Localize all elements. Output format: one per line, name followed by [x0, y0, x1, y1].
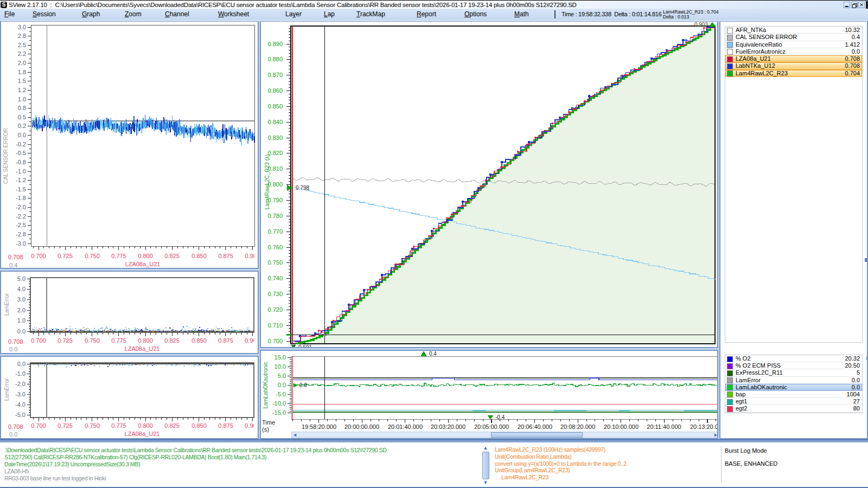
svg-text:0.4: 0.4 — [429, 351, 437, 357]
svg-text:15.0: 15.0 — [275, 354, 286, 361]
svg-text:0.760: 0.760 — [267, 244, 283, 251]
svg-text:1.2: 1.2 — [18, 87, 26, 93]
svg-text:0.780: 0.780 — [267, 213, 283, 219]
svg-text:-15.0: -15.0 — [272, 409, 286, 416]
svg-text:-4.0: -4.0 — [15, 401, 25, 408]
svg-text:2.5: 2.5 — [18, 42, 26, 48]
svg-text:0.720: 0.720 — [267, 306, 283, 313]
svg-text:0.790: 0.790 — [267, 197, 283, 203]
svg-text:-0.5: -0.5 — [16, 150, 26, 156]
svg-text:0.710: 0.710 — [267, 322, 283, 329]
svg-text:0.2: 0.2 — [18, 123, 26, 129]
svg-text:0.740: 0.740 — [267, 275, 283, 281]
svg-text:2.8: 2.8 — [18, 33, 26, 39]
svg-text:0.820: 0.820 — [267, 150, 283, 156]
svg-text:-0.2: -0.2 — [16, 141, 26, 147]
svg-text:3.0: 3.0 — [18, 24, 26, 30]
svg-text:0.798: 0.798 — [296, 185, 309, 191]
svg-text:0.8: 0.8 — [18, 105, 26, 111]
svg-text:5.0: 5.0 — [278, 373, 286, 379]
svg-text:0.810: 0.810 — [267, 165, 283, 172]
svg-text:-0.8: -0.8 — [16, 159, 26, 165]
svg-text:0.850: 0.850 — [267, 103, 283, 110]
svg-text:-1.5: -1.5 — [16, 186, 26, 192]
svg-text:0.0: 0.0 — [18, 132, 26, 138]
svg-text:0.890: 0.890 — [267, 41, 283, 47]
svg-text:2.0: 2.0 — [18, 60, 26, 66]
svg-text:-1.0: -1.0 — [15, 370, 25, 377]
svg-text:0.700: 0.700 — [267, 338, 283, 344]
svg-text:1.5: 1.5 — [18, 78, 26, 84]
svg-text:0.730: 0.730 — [267, 291, 283, 297]
svg-text:0.860: 0.860 — [267, 87, 283, 94]
svg-text:4.0: 4.0 — [17, 286, 25, 292]
svg-text:-10.0: -10.0 — [272, 400, 286, 407]
svg-text:-2.0: -2.0 — [15, 381, 25, 387]
svg-text:0.880: 0.880 — [267, 56, 283, 62]
svg-text:10.0: 10.0 — [275, 363, 286, 370]
svg-text:1.0: 1.0 — [18, 96, 26, 102]
svg-text:-2.2: -2.2 — [16, 213, 26, 220]
svg-text:3.0: 3.0 — [17, 296, 25, 303]
svg-text:0.750: 0.750 — [267, 259, 283, 266]
svg-text:0.903: 0.903 — [694, 22, 708, 28]
svg-text:0.0: 0.0 — [17, 328, 25, 335]
svg-text:-1.2: -1.2 — [16, 177, 26, 183]
svg-text:2.2: 2.2 — [18, 50, 26, 57]
svg-text:1.0: 1.0 — [17, 317, 25, 324]
svg-text:-1.0: -1.0 — [16, 168, 26, 175]
svg-text:1.8: 1.8 — [18, 69, 26, 75]
svg-text:0.691: 0.691 — [298, 344, 312, 348]
svg-text:2.0: 2.0 — [17, 307, 25, 313]
svg-text:0.800: 0.800 — [267, 181, 283, 188]
svg-text:0.0: 0.0 — [278, 382, 286, 388]
svg-text:-1.8: -1.8 — [16, 195, 26, 201]
svg-text:-3.0: -3.0 — [15, 391, 25, 397]
svg-text:0.830: 0.830 — [267, 134, 283, 141]
svg-text:-2.0: -2.0 — [16, 204, 26, 210]
svg-text:0.770: 0.770 — [267, 228, 283, 235]
svg-text:-2.8: -2.8 — [16, 231, 26, 237]
svg-text:0.840: 0.840 — [267, 119, 283, 125]
svg-text:0.5: 0.5 — [18, 114, 26, 120]
svg-text:0.0: 0.0 — [17, 361, 25, 367]
svg-text:0.870: 0.870 — [267, 72, 283, 78]
svg-text:-3.0: -3.0 — [16, 240, 26, 247]
svg-text:-2.5: -2.5 — [16, 222, 26, 228]
svg-text:-5.0: -5.0 — [15, 412, 25, 418]
svg-text:5.0: 5.0 — [17, 275, 25, 282]
svg-text:-5.0: -5.0 — [276, 391, 286, 397]
svg-text:0.0: 0.0 — [299, 382, 307, 388]
